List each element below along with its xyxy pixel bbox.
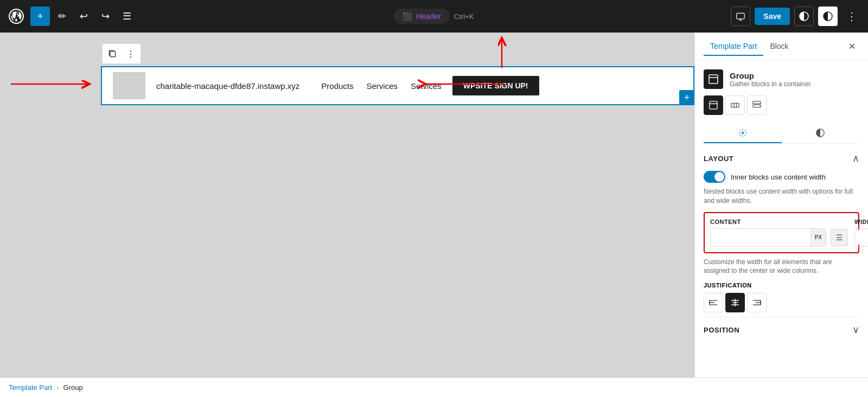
block-style-toggle[interactable] [794, 7, 814, 26]
sidebar-close-button[interactable]: ✕ [844, 39, 859, 54]
undo-icon: ↩ [80, 10, 88, 22]
main-area: ⋮ charitable-macaque-dfde87.instawp.xyz … [0, 33, 868, 377]
cta-button[interactable]: WPSITE SIGN UP! [452, 76, 539, 95]
nav-link-setvices[interactable]: Setvices [411, 81, 442, 91]
justify-left-button[interactable] [704, 293, 723, 312]
layout-section-header[interactable]: Layout ∧ [704, 152, 859, 164]
svg-rect-8 [110, 52, 116, 57]
header-pill-icon: ⬛ [403, 12, 412, 21]
sidebar-header: Template Part Block ✕ [695, 33, 868, 61]
svg-rect-9 [709, 75, 718, 84]
justify-center-button[interactable] [725, 293, 745, 312]
sidebar: Template Part Block ✕ Group Gather block… [694, 33, 868, 377]
nav-link-products[interactable]: Products [321, 81, 353, 91]
nav-links: Products Services Setvices [321, 81, 441, 91]
content-wide-row: CONTENT PX ☰ WIDE [710, 219, 853, 247]
header-block[interactable]: ⋮ charitable-macaque-dfde87.instawp.xyz … [101, 66, 694, 105]
block-type-stack[interactable] [747, 95, 767, 115]
nav-link-services[interactable]: Services [367, 81, 398, 91]
toggle-knob [714, 172, 724, 182]
breadcrumb: Template Part › Group [0, 377, 868, 397]
content-wide-wrapper: CONTENT PX ☰ WIDE [704, 212, 859, 253]
svg-rect-11 [710, 101, 717, 109]
desktop-view-button[interactable] [731, 7, 750, 26]
breadcrumb-group: Group [63, 383, 83, 392]
panel-tab-settings[interactable] [704, 124, 782, 143]
position-section: Position ∨ [704, 317, 859, 336]
wide-input-group: WIDE PX ☰ [854, 219, 868, 247]
undo-button[interactable]: ↩ [74, 7, 93, 26]
svg-rect-0 [737, 13, 744, 18]
save-button[interactable]: Save [755, 8, 790, 25]
position-section-header[interactable]: Position ∨ [704, 324, 859, 336]
content-input-wrapper: PX [710, 228, 826, 247]
content-input[interactable] [711, 230, 810, 245]
block-toolbar: ⋮ [102, 43, 141, 64]
style-button[interactable] [818, 7, 838, 26]
layout-toggle-icon: ∧ [852, 152, 859, 164]
site-logo [113, 72, 145, 99]
justify-right-button[interactable] [747, 293, 767, 312]
add-block-button[interactable]: + [30, 7, 50, 26]
list-icon: ☰ [123, 10, 131, 22]
block-duplicate-button[interactable] [104, 45, 121, 62]
justification-row [704, 293, 859, 312]
canvas-area: ⋮ charitable-macaque-dfde87.instawp.xyz … [0, 33, 694, 377]
block-type-row[interactable] [725, 95, 745, 115]
wide-input-wrapper: PX [854, 228, 868, 247]
tab-block[interactable]: Block [763, 37, 795, 56]
svg-rect-17 [753, 105, 761, 107]
toggle-row: Inner blocks use content width [704, 171, 859, 183]
site-domain: charitable-macaque-dfde87.instawp.xyz [156, 81, 299, 91]
toolbar-right: Save ⋮ [731, 7, 861, 26]
svg-point-18 [742, 132, 744, 134]
redo-icon: ↪ [101, 10, 110, 22]
top-toolbar: + ✏ ↩ ↪ ☰ ⬛ Header Ctrl+K Save ⋮ [0, 0, 868, 33]
sidebar-content: Group Gather blocks in a container. [695, 61, 868, 377]
block-type-row [704, 95, 859, 115]
block-info: Group Gather blocks in a container. [704, 69, 859, 89]
wide-input[interactable] [855, 230, 868, 245]
block-name-desc: Group Gather blocks in a container. [730, 71, 812, 88]
panel-tab-style[interactable] [782, 124, 860, 143]
header-pill[interactable]: ⬛ Header [394, 9, 450, 24]
arrow-left [5, 73, 98, 97]
svg-rect-16 [753, 101, 761, 104]
block-more-button[interactable]: ⋮ [122, 45, 139, 62]
redo-button[interactable]: ↪ [95, 7, 115, 26]
pencil-button[interactable]: ✏ [52, 7, 72, 26]
block-type-group[interactable] [704, 95, 723, 115]
more-options-button[interactable]: ⋮ [842, 7, 861, 26]
content-align-button[interactable]: ☰ [831, 229, 848, 246]
toolbar-center: ⬛ Header Ctrl+K [139, 9, 729, 24]
block-icon [704, 69, 723, 89]
add-inner-block-button[interactable]: + [679, 90, 694, 105]
position-toggle-icon: ∨ [852, 324, 859, 336]
breadcrumb-separator: › [56, 383, 59, 392]
list-view-button[interactable]: ☰ [117, 7, 137, 26]
content-input-group: CONTENT PX ☰ [710, 219, 848, 247]
justification-section: JUSTIFICATION [704, 282, 859, 312]
svg-rect-13 [731, 103, 739, 107]
content-width-toggle[interactable] [704, 171, 725, 183]
wp-logo[interactable] [7, 7, 26, 26]
content-unit-button[interactable]: PX [810, 229, 826, 246]
tab-template-part[interactable]: Template Part [704, 37, 763, 56]
panel-tabs [704, 124, 859, 144]
pencil-icon: ✏ [58, 10, 66, 22]
breadcrumb-template-part[interactable]: Template Part [9, 383, 52, 392]
